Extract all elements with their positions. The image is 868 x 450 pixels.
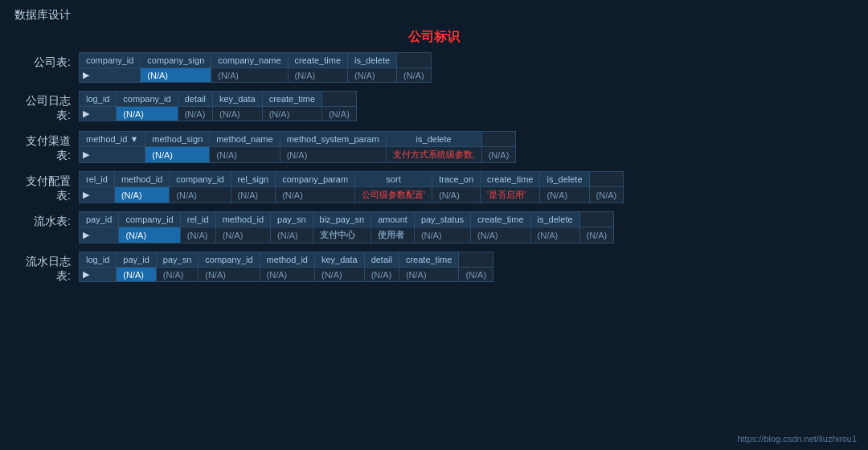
cell-flog-pay-sn: (N/A) [199, 268, 260, 282]
col-flog-pay-id: pay_id [117, 252, 156, 268]
col-flog-detail: detail [364, 252, 399, 268]
cell-company-name: (N/A) [288, 68, 347, 83]
col-log-company-id: company_id [117, 92, 178, 107]
col-rel-sign: rel_sign [231, 172, 276, 187]
footer-url: https://blog.csdn.net/liuzhirou1 [737, 434, 857, 444]
flow-table-label: 流水表: [14, 211, 79, 229]
col-amount: amount [371, 212, 415, 227]
cell-flog-company-id: (N/A) [260, 268, 314, 282]
col-pay-id: pay_id [80, 212, 119, 227]
pay-config-label: 支付配置表: [14, 171, 79, 203]
company-table-row: 公司表: company_id company_sign company_nam… [14, 52, 854, 83]
arrow-cell6: ▶ [80, 268, 117, 282]
flow-log-wrapper: log_id pay_id pay_sn company_id method_i… [79, 252, 854, 282]
col-detail: detail [178, 92, 212, 107]
cell-method-name: (N/A) [280, 147, 386, 163]
col-flow-company-id: company_id [119, 212, 180, 227]
company-log-table: log_id company_id detail key_data create… [79, 91, 357, 121]
flow-log-table: log_id pay_id pay_sn company_id method_i… [79, 252, 493, 282]
col-config-is-delete: is_delete [540, 172, 589, 187]
pay-method-label: 支付渠道表: [14, 131, 79, 163]
col-method-is-delete: is_delete [386, 132, 481, 147]
cell-company-id: (N/A) [141, 68, 211, 83]
col-rel-id: rel_id [80, 172, 115, 187]
cell-is-delete: (N/A) [397, 68, 432, 83]
col-is-delete: is_delete [348, 53, 397, 68]
cell-flow-company-id: (N/A) [180, 227, 215, 243]
company-table-label: 公司表: [14, 52, 79, 70]
col-company-id: company_id [80, 53, 141, 68]
cell-pay-status: (N/A) [471, 227, 530, 243]
cell-config-is-delete: (N/A) [589, 187, 624, 203]
pay-method-wrapper: method_id ▼ method_sign method_name meth… [79, 131, 854, 163]
pay-config-wrapper: rel_id method_id company_id rel_sign com… [79, 171, 854, 203]
col-pay-status: pay_status [414, 212, 470, 227]
col-trace-on: trace_on [432, 172, 481, 187]
cell-log-id: (N/A) [117, 107, 178, 121]
pay-config-row: 支付配置表: rel_id method_id company_id rel_s… [14, 171, 854, 203]
col-flog-id: log_id [80, 252, 117, 268]
company-log-wrapper: log_id company_id detail key_data create… [79, 91, 854, 121]
arrow-cell5: ▶ [80, 227, 119, 243]
col-key-data: key_data [212, 92, 262, 107]
col-pay-sn: pay_sn [271, 212, 313, 227]
company-table: company_id company_sign company_name cre… [79, 52, 432, 83]
company-log-table-row: 公司日志表: log_id company_id detail key_data… [14, 91, 854, 123]
cell-sort: (N/A) [432, 187, 481, 203]
col-company-sign: company_sign [141, 53, 211, 68]
col-biz-pay-sn: biz_pay_sn [313, 212, 371, 227]
col-sort: sort [355, 172, 432, 187]
cell-config-company-id: (N/A) [231, 187, 276, 203]
cell-biz-pay-sn: 使用者 [371, 227, 415, 243]
main-content: 公司标识 公司表: company_id company_sign compan… [0, 29, 868, 284]
col-method-name: method_name [210, 132, 280, 147]
cell-config-method-id: (N/A) [170, 187, 231, 203]
cell-method-id: (N/A) [145, 147, 210, 163]
section-label: 公司标识 [14, 29, 854, 46]
col-method-system-param: method_system_param [280, 132, 386, 147]
col-flow-is-delete: is_delete [530, 212, 579, 227]
pay-method-table: method_id ▼ method_sign method_name meth… [79, 131, 516, 163]
page-title: 数据库设计 [0, 0, 868, 27]
col-config-method-id: method_id [114, 172, 169, 187]
col-method-sign: method_sign [145, 132, 210, 147]
col-flog-key-data: key_data [314, 252, 364, 268]
cell-flog-id: (N/A) [117, 268, 156, 282]
cell-method-system-param: 支付方式系统级参数, [386, 147, 481, 163]
arrow-cell3: ▶ [80, 147, 145, 163]
flow-table: pay_id company_id rel_id method_id pay_s… [79, 211, 614, 243]
arrow-cell2: ▶ [80, 107, 117, 121]
cell-amount: (N/A) [414, 227, 470, 243]
col-flow-method-id: method_id [215, 212, 270, 227]
cell-flow-method-id: (N/A) [271, 227, 313, 243]
col-company-param: company_param [276, 172, 355, 187]
col-log-id: log_id [80, 92, 117, 107]
cell-method-sign: (N/A) [210, 147, 280, 163]
cell-flog-detail: (N/A) [399, 268, 458, 282]
cell-method-is-delete: (N/A) [481, 147, 516, 163]
cell-create-time3: (N/A) [322, 107, 357, 121]
col-flog-create-time: create_time [399, 252, 458, 268]
flow-log-label: 流水日志表: [14, 252, 79, 284]
cell-flow-rel-id: (N/A) [215, 227, 270, 243]
cell-config-create-time: (N/A) [540, 187, 589, 203]
cell-rel-sign: (N/A) [276, 187, 355, 203]
cell-flog-key-data: (N/A) [364, 268, 399, 282]
cell-log-company-id: (N/A) [178, 107, 212, 121]
cell-flog-pay-id: (N/A) [156, 268, 198, 282]
cell-trace-on: '是否启用' [481, 187, 540, 203]
cell-pay-id: (N/A) [119, 227, 180, 243]
cell-flog-create-time: (N/A) [459, 268, 493, 282]
cell-company-param: 公司级参数配置' [355, 187, 432, 203]
col-flog-pay-sn: pay_sn [156, 252, 198, 268]
col-config-create-time: create_time [481, 172, 540, 187]
cell-flog-method-id: (N/A) [314, 268, 364, 282]
col-create-time2: create_time [262, 92, 321, 107]
cell-company-sign: (N/A) [211, 68, 288, 83]
flow-table-row: 流水表: pay_id company_id rel_id method_id … [14, 211, 854, 243]
pay-method-row: 支付渠道表: method_id ▼ method_sign method_na… [14, 131, 854, 163]
col-config-company-id: company_id [170, 172, 231, 187]
col-flow-rel-id: rel_id [180, 212, 215, 227]
cell-create-time: (N/A) [348, 68, 397, 83]
col-flog-method-id: method_id [260, 252, 314, 268]
